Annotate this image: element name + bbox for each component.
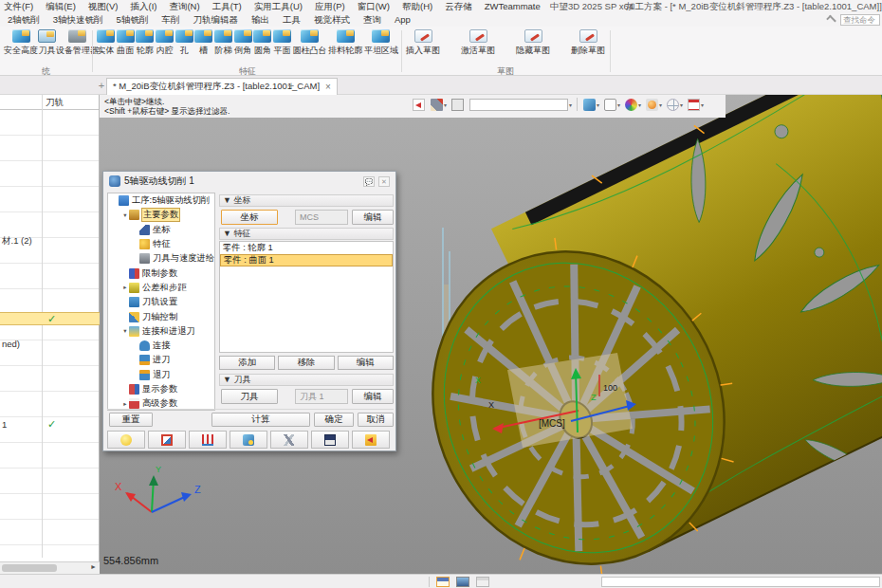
tree-item[interactable]: 特征 bbox=[108, 237, 214, 251]
ribbon-button[interactable]: 槽 bbox=[194, 27, 212, 57]
viewport-tool-button[interactable]: ▾ bbox=[469, 99, 572, 111]
table-row[interactable]: ✓ bbox=[0, 312, 100, 325]
reset-button[interactable]: 重置 bbox=[109, 413, 153, 427]
tool-button[interactable]: 刀具 bbox=[221, 389, 278, 404]
ribbon-tab[interactable]: 车削 bbox=[161, 14, 179, 27]
ribbon-button[interactable]: 实体 bbox=[97, 27, 115, 57]
menu-item[interactable]: 编辑(E) bbox=[46, 1, 76, 13]
search-input[interactable] bbox=[840, 14, 880, 26]
tree-item[interactable]: 连接 bbox=[108, 339, 214, 353]
ribbon-button[interactable]: 圆柱凸台 bbox=[293, 27, 327, 57]
ribbon-button[interactable]: 激活草图 bbox=[461, 27, 495, 57]
tree-item[interactable]: 限制参数 bbox=[108, 266, 214, 280]
tool-edit-button[interactable]: 编辑 bbox=[352, 389, 394, 404]
viewport-tool-button[interactable]: ▾ bbox=[625, 99, 641, 111]
ribbon-button[interactable]: 曲面 bbox=[117, 27, 135, 57]
ribbon-button[interactable]: 隐藏草图 bbox=[516, 27, 550, 57]
menu-item[interactable]: 云存储 bbox=[445, 1, 472, 13]
table-row[interactable]: 材.1 (2) bbox=[0, 234, 100, 248]
ribbon-tab[interactable]: 5轴铣削 bbox=[117, 14, 149, 27]
ribbon-tab[interactable]: 2轴铣削 bbox=[8, 14, 40, 27]
ribbon-button[interactable]: 插入草图 bbox=[406, 27, 440, 57]
table-row[interactable]: 1 ✓ bbox=[0, 418, 100, 432]
ribbon-tab[interactable]: 查询 bbox=[363, 14, 381, 27]
statusbar-toggle[interactable] bbox=[476, 577, 489, 587]
operation-dialog[interactable]: 5轴驱动线切削 1 💬 ✕ 工序:5轴驱动线切削 ▾ 主要参数 坐标 bbox=[102, 171, 396, 451]
quickbar-button[interactable] bbox=[107, 431, 145, 449]
tree-item[interactable]: 退刀 bbox=[108, 368, 214, 382]
expander-icon[interactable]: ▸ bbox=[121, 284, 129, 291]
quickbar-button[interactable] bbox=[189, 431, 227, 449]
scroll-right-arrow[interactable]: ► bbox=[90, 563, 97, 570]
expander-icon[interactable]: ▾ bbox=[121, 327, 129, 335]
ribbon-button[interactable]: 刀具 bbox=[38, 27, 56, 57]
viewport-tool-button[interactable]: ▾ bbox=[688, 99, 704, 111]
feature-list-item[interactable]: 零件 : 曲面 1 bbox=[220, 254, 393, 266]
statusbar-toggle[interactable] bbox=[456, 577, 469, 587]
tree-item[interactable]: 坐标 bbox=[108, 223, 214, 237]
tree-item[interactable]: 显示参数 bbox=[108, 382, 214, 396]
menu-item[interactable]: 插入(I) bbox=[130, 1, 156, 13]
viewport-tool-button[interactable] bbox=[451, 99, 465, 111]
compute-button[interactable]: 计算 bbox=[211, 413, 310, 427]
dialog-title-bar[interactable]: 5轴驱动线切削 1 💬 ✕ bbox=[103, 172, 395, 191]
close-icon[interactable]: ✕ bbox=[378, 176, 390, 187]
tree-item[interactable]: 刀轴控制 bbox=[108, 309, 214, 323]
tree-item[interactable]: ▾ 连接和进退刀 bbox=[108, 324, 214, 339]
ribbon-button[interactable]: 安全高度 bbox=[4, 27, 38, 57]
menu-item[interactable]: 帮助(H) bbox=[402, 1, 432, 13]
expander-icon[interactable]: ▸ bbox=[121, 400, 129, 408]
viewport-tool-button[interactable]: ▾ bbox=[667, 99, 683, 111]
horizontal-scrollbar[interactable]: ► bbox=[0, 561, 100, 574]
document-tab[interactable]: * M_20iB变位机斜管理程序.Z3 - [table2.1001_CAM] … bbox=[106, 78, 338, 95]
feature-action-button[interactable]: 移除 bbox=[278, 356, 334, 370]
tree-item[interactable]: 工序:5轴驱动线切削 bbox=[108, 193, 214, 208]
menu-item[interactable]: 查询(N) bbox=[169, 1, 199, 13]
ribbon-tab[interactable]: 视觉样式 bbox=[314, 14, 350, 27]
viewport-tool-button[interactable]: ▾ bbox=[583, 99, 599, 111]
menu-item[interactable]: 视图(V) bbox=[88, 1, 119, 13]
coordinate-value-field[interactable]: MCS bbox=[295, 210, 348, 225]
tree-item[interactable]: ▸ 公差和步距 bbox=[108, 281, 214, 295]
close-tab-icon[interactable]: × bbox=[325, 82, 331, 92]
new-tab-button[interactable]: + bbox=[285, 79, 298, 92]
feature-action-button[interactable]: 添加 bbox=[219, 356, 275, 370]
viewport-tool-button[interactable]: ▾ bbox=[604, 99, 620, 111]
comment-icon[interactable]: 💬 bbox=[363, 176, 375, 187]
menu-item[interactable]: ZWTeammate bbox=[485, 1, 541, 13]
scrollbar-thumb[interactable] bbox=[2, 564, 57, 572]
table-row[interactable]: ned) bbox=[0, 338, 100, 351]
tree-item[interactable]: 刀具与速度进给 bbox=[108, 251, 214, 266]
tree-item[interactable]: ▾ 主要参数 bbox=[108, 208, 214, 222]
statusbar-toggle[interactable] bbox=[436, 577, 450, 587]
expander-icon[interactable]: ▾ bbox=[121, 211, 129, 219]
ribbon-button[interactable]: 平坦区域 bbox=[364, 27, 398, 57]
menu-item[interactable]: 实用工具(U) bbox=[254, 1, 303, 13]
menu-item[interactable]: 应用(P) bbox=[315, 1, 345, 13]
viewport-tool-button[interactable] bbox=[577, 98, 579, 111]
menu-item[interactable]: 文件(F) bbox=[4, 1, 33, 13]
quickbar-button[interactable] bbox=[230, 431, 267, 449]
feature-list-item[interactable]: 零件 : 轮廓 1 bbox=[220, 242, 393, 254]
tree-item[interactable]: 进刀 bbox=[108, 353, 214, 367]
ribbon-tab[interactable]: 输出 bbox=[251, 14, 269, 27]
section-header-tool[interactable]: ▼ 刀具 bbox=[219, 374, 394, 386]
coordinate-edit-button[interactable]: 编辑 bbox=[352, 210, 394, 225]
ribbon-button[interactable]: 内腔 bbox=[156, 27, 174, 57]
menu-item[interactable]: 工具(T) bbox=[212, 1, 242, 13]
ribbon-button[interactable]: 轮廓 bbox=[136, 27, 154, 57]
quickbar-button[interactable] bbox=[311, 431, 349, 449]
ribbon-button[interactable]: 排料轮廓 bbox=[328, 27, 362, 57]
tool-value-field[interactable]: 刀具 1 bbox=[295, 389, 348, 404]
ribbon-button[interactable]: 圆角 bbox=[253, 27, 271, 57]
ribbon-tab[interactable]: 刀轨编辑器 bbox=[193, 14, 238, 27]
ribbon-tab[interactable]: 工具 bbox=[283, 14, 301, 27]
viewport-tool-button[interactable]: ▾ bbox=[431, 99, 447, 111]
ribbon-tab[interactable]: App bbox=[395, 14, 411, 27]
ribbon-button[interactable]: 倒角 bbox=[234, 27, 252, 57]
ribbon-button[interactable]: 阶梯 bbox=[214, 27, 232, 57]
menu-item[interactable]: 窗口(W) bbox=[358, 1, 390, 13]
ribbon-tab[interactable]: 3轴快速铣削 bbox=[53, 14, 103, 27]
coordinate-button[interactable]: 坐标 bbox=[221, 210, 278, 225]
quickbar-button[interactable] bbox=[270, 431, 308, 449]
